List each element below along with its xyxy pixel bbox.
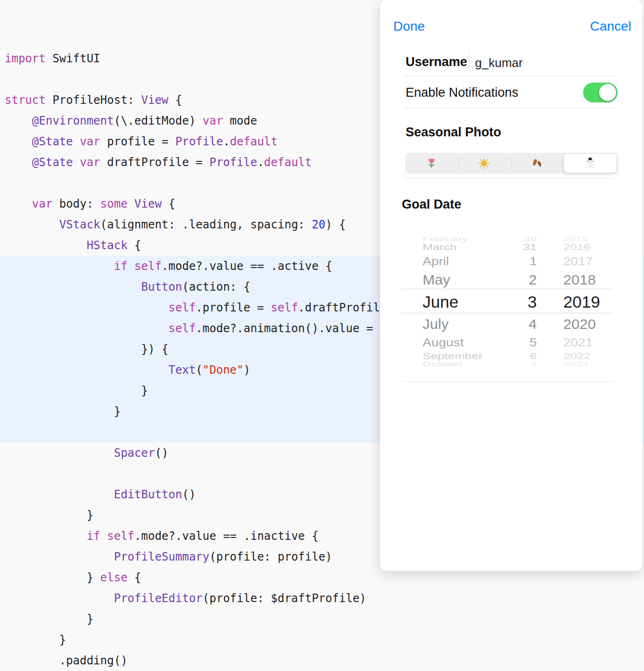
goal-date-header: Goal Date xyxy=(402,197,461,212)
cancel-button[interactable]: Cancel xyxy=(590,19,631,34)
day-option: 7 xyxy=(486,361,537,368)
month-option: July xyxy=(423,316,449,333)
month-option: May xyxy=(423,272,450,288)
month-option: March xyxy=(423,242,457,252)
username-label: Username xyxy=(406,55,467,69)
sun-icon xyxy=(477,157,491,170)
year-option: 2016 xyxy=(563,242,591,252)
wheel-row[interactable]: July42020 xyxy=(401,314,616,334)
fallen-leaves-icon xyxy=(530,157,543,170)
month-option: June xyxy=(423,293,458,311)
segment-sun[interactable] xyxy=(458,153,511,174)
wheel-row-selected[interactable]: June32019 xyxy=(401,292,616,312)
divider xyxy=(404,76,615,76)
year-option: 2020 xyxy=(563,316,596,333)
profile-editor-sheet: Done Cancel Username g_kumar Enable Noti… xyxy=(380,0,643,571)
segment-separator xyxy=(511,158,512,168)
picker-selection-line xyxy=(401,313,613,313)
day-option: 5 xyxy=(486,336,537,349)
year-option: 2018 xyxy=(563,272,596,288)
month-option: October xyxy=(423,361,463,368)
segment-snowman[interactable] xyxy=(564,154,617,173)
goal-date-picker[interactable]: February302015March312016April12017May22… xyxy=(401,232,616,374)
code-line: .padding() xyxy=(0,650,644,671)
divider xyxy=(404,108,615,109)
year-option: 2019 xyxy=(563,293,600,311)
notifications-label: Enable Notifications xyxy=(406,85,518,100)
divider xyxy=(404,381,615,382)
segment-fallen-leaves[interactable] xyxy=(510,153,563,174)
code-line: } xyxy=(0,629,644,650)
divider xyxy=(404,178,615,178)
day-option: 4 xyxy=(486,316,537,333)
username-input[interactable]: g_kumar xyxy=(475,56,523,70)
done-button[interactable]: Done xyxy=(393,19,425,34)
day-option: 1 xyxy=(486,255,537,268)
wheel-row[interactable]: October72023 xyxy=(401,359,616,369)
month-option: August xyxy=(423,336,464,349)
notifications-toggle[interactable] xyxy=(583,83,618,102)
day-option: 2 xyxy=(486,272,537,288)
year-option: 2017 xyxy=(563,255,593,268)
day-option: 3 xyxy=(486,293,537,311)
code-line: ProfileEditor(profile: $draftProfile) xyxy=(0,588,644,609)
toggle-knob xyxy=(599,84,616,101)
segment-separator xyxy=(458,158,459,168)
code-line: } xyxy=(0,609,644,629)
seasonal-photo-segmented-control[interactable] xyxy=(405,153,618,174)
year-option: 2023 xyxy=(563,361,588,368)
seasonal-photo-header: Seasonal Photo xyxy=(406,125,501,140)
day-option: 31 xyxy=(486,242,537,252)
segment-tulip[interactable] xyxy=(405,153,458,174)
tulip-icon xyxy=(425,157,438,170)
wheel-row[interactable]: April12017 xyxy=(401,252,616,270)
year-option: 2021 xyxy=(563,336,593,349)
username-field-separator xyxy=(469,51,469,75)
month-option: April xyxy=(423,255,449,268)
wheel-row[interactable]: May22018 xyxy=(401,270,616,290)
snowman-icon xyxy=(584,157,597,170)
